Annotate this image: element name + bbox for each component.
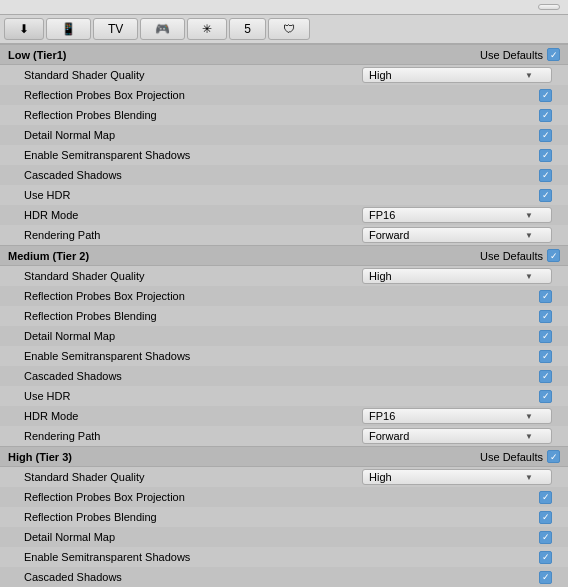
setting-checkbox[interactable] [539,330,552,343]
use-defaults-medium[interactable]: Use Defaults [480,249,560,262]
setting-value [539,551,552,564]
dropdown-arrow-icon: ▼ [525,231,533,240]
setting-row: Standard Shader QualityHigh▼ [0,266,568,286]
setting-checkbox[interactable] [539,149,552,162]
setting-checkbox[interactable] [539,89,552,102]
setting-value [539,511,552,524]
setting-label: Standard Shader Quality [24,270,144,282]
dropdown-value: High [369,270,392,282]
setting-checkbox[interactable] [539,551,552,564]
setting-label: Standard Shader Quality [24,471,144,483]
tier-title-low: Low (Tier1) [8,49,66,61]
tab-gamepad[interactable]: 🎮 [140,18,185,40]
setting-checkbox[interactable] [539,310,552,323]
setting-value [539,390,552,403]
dropdown-arrow-icon: ▼ [525,211,533,220]
tab-shield[interactable]: 🛡 [268,18,310,40]
setting-row: Use HDR [0,386,568,406]
setting-checkbox[interactable] [539,290,552,303]
setting-label: Rendering Path [24,229,100,241]
setting-dropdown[interactable]: FP16▼ [362,408,552,424]
tier-header-medium: Medium (Tier 2)Use Defaults [0,245,568,266]
setting-row: Reflection Probes Box Projection [0,85,568,105]
use-defaults-checkbox-high[interactable] [547,450,560,463]
setting-row: Enable Semitransparent Shadows [0,547,568,567]
use-defaults-high[interactable]: Use Defaults [480,450,560,463]
content-area: Low (Tier1)Use DefaultsStandard Shader Q… [0,44,568,587]
setting-checkbox[interactable] [539,511,552,524]
setting-row: Cascaded Shadows [0,165,568,185]
use-defaults-checkbox-medium[interactable] [547,249,560,262]
tier-high: High (Tier 3)Use DefaultsStandard Shader… [0,446,568,587]
dropdown-value: FP16 [369,410,395,422]
setting-checkbox[interactable] [539,370,552,383]
setting-dropdown[interactable]: Forward▼ [362,227,552,243]
setting-value [539,290,552,303]
setting-checkbox[interactable] [539,189,552,202]
setting-checkbox[interactable] [539,531,552,544]
setting-label: Enable Semitransparent Shadows [24,350,190,362]
setting-dropdown[interactable]: FP16▼ [362,207,552,223]
setting-label: Reflection Probes Blending [24,109,157,121]
setting-dropdown[interactable]: High▼ [362,268,552,284]
dropdown-value: High [369,471,392,483]
setting-row: Cascaded Shadows [0,567,568,587]
setting-value: FP16▼ [362,207,552,223]
setting-label: Standard Shader Quality [24,69,144,81]
setting-value: Forward▼ [362,227,552,243]
setting-value [539,491,552,504]
tab-download[interactable]: ⬇ [4,18,44,40]
setting-value: High▼ [362,469,552,485]
setting-value [539,310,552,323]
dropdown-arrow-icon: ▼ [525,473,533,482]
setting-dropdown[interactable]: High▼ [362,469,552,485]
setting-label: Use HDR [24,189,70,201]
setting-row: Rendering PathForward▼ [0,225,568,245]
setting-row: Detail Normal Map [0,527,568,547]
use-defaults-checkbox-low[interactable] [547,48,560,61]
setting-label: Enable Semitransparent Shadows [24,551,190,563]
tier-title-high: High (Tier 3) [8,451,72,463]
tab-appletv[interactable]: TV [93,18,138,40]
setting-checkbox[interactable] [539,491,552,504]
use-defaults-label-high: Use Defaults [480,451,543,463]
tab-html5[interactable]: 5 [229,18,266,40]
setting-label: Cascaded Shadows [24,571,122,583]
setting-checkbox[interactable] [539,169,552,182]
title-bar [0,0,568,15]
dropdown-value: FP16 [369,209,395,221]
tier-title-medium: Medium (Tier 2) [8,250,89,262]
setting-row: Reflection Probes Box Projection [0,286,568,306]
dropdown-value: Forward [369,430,409,442]
setting-value [539,350,552,363]
setting-value [539,89,552,102]
tab-phone[interactable]: 📱 [46,18,91,40]
setting-row: Use HDR [0,185,568,205]
setting-checkbox[interactable] [539,390,552,403]
tier-medium: Medium (Tier 2)Use DefaultsStandard Shad… [0,245,568,446]
setting-label: Reflection Probes Blending [24,310,157,322]
dropdown-arrow-icon: ▼ [525,71,533,80]
setting-label: Use HDR [24,390,70,402]
setting-label: Reflection Probes Box Projection [24,89,185,101]
setting-label: Reflection Probes Box Projection [24,491,185,503]
setting-value [539,330,552,343]
setting-value: Forward▼ [362,428,552,444]
use-defaults-low[interactable]: Use Defaults [480,48,560,61]
open-editor-button[interactable] [538,4,560,10]
setting-row: Rendering PathForward▼ [0,426,568,446]
setting-row: Reflection Probes Box Projection [0,487,568,507]
setting-dropdown[interactable]: High▼ [362,67,552,83]
setting-checkbox[interactable] [539,350,552,363]
setting-checkbox[interactable] [539,109,552,122]
setting-label: Detail Normal Map [24,129,115,141]
setting-checkbox[interactable] [539,129,552,142]
setting-dropdown[interactable]: Forward▼ [362,428,552,444]
tab-starburst[interactable]: ✳ [187,18,227,40]
use-defaults-label-low: Use Defaults [480,49,543,61]
setting-checkbox[interactable] [539,571,552,584]
setting-value [539,571,552,584]
setting-row: Cascaded Shadows [0,366,568,386]
tabs-row: ⬇📱TV🎮✳5🛡 [0,15,568,44]
tier-header-high: High (Tier 3)Use Defaults [0,446,568,467]
